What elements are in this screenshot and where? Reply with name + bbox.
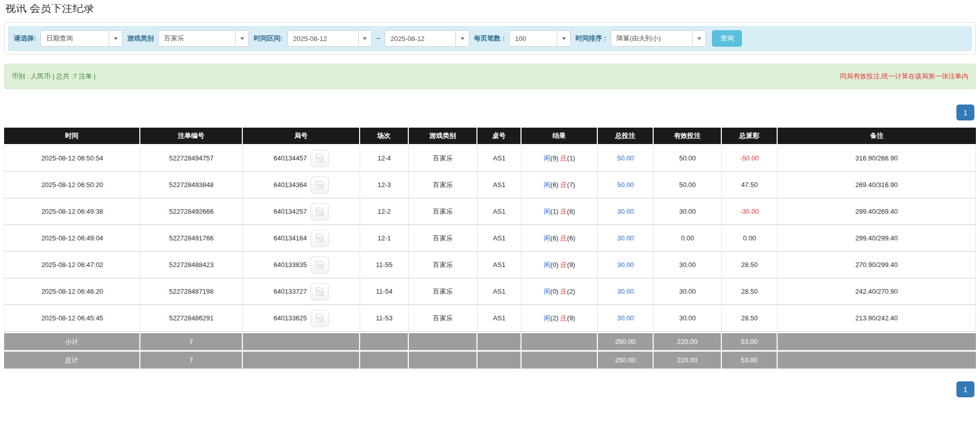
banker-result-label: 庄 — [560, 234, 567, 242]
total-bet-link[interactable]: 30.00 — [617, 288, 634, 295]
cell-time: 2025-08-12 06:49:04 — [4, 225, 140, 252]
cell-time: 2025-08-12 06:46:20 — [4, 278, 140, 305]
game-type-select[interactable]: 百家乐 — [158, 30, 249, 47]
filter-panel: 请选择: 日期查询 游戏类别 百家乐 时间区间: 2025-08-12 ~ 20… — [4, 22, 976, 55]
total-payout: 53.00 — [722, 350, 778, 369]
banker-result-label: 庄 — [560, 314, 567, 322]
cell-remark: 269.40/316.90 — [778, 172, 976, 198]
video-button[interactable] — [310, 230, 329, 247]
page-1-button[interactable]: 1 — [956, 105, 974, 120]
video-button[interactable] — [310, 150, 329, 167]
time-sort-value: 降冪(由大到小) — [611, 31, 692, 46]
video-button[interactable] — [310, 310, 329, 327]
total-bet-link[interactable]: 30.00 — [617, 314, 634, 322]
chevron-down-icon — [235, 31, 248, 46]
total-bet-link[interactable]: 50.00 — [617, 154, 634, 162]
player-result-label: 闲 — [544, 154, 550, 162]
cell-bet-id: 522728492666 — [140, 198, 243, 225]
page-size-select[interactable]: 100 — [509, 30, 571, 47]
subtotal-payout: 53.00 — [722, 332, 778, 350]
round-id: 640133625 — [274, 314, 307, 322]
total-count: 7 — [140, 350, 243, 369]
cell-valid-bet: 30.00 — [654, 252, 722, 278]
date-to-select[interactable]: 2025-08-12 — [385, 30, 469, 47]
cell-payout: 28.50 — [722, 305, 778, 332]
video-file-icon — [315, 180, 325, 190]
cell-session: 12-1 — [360, 225, 409, 252]
cell-remark: 242.40/270.90 — [778, 278, 976, 305]
cell-total-bet: 30.00 — [598, 225, 654, 252]
total-bet-link[interactable]: 30.00 — [617, 234, 634, 242]
cell-session: 11-53 — [360, 305, 409, 332]
date-from-value: 2025-08-12 — [288, 31, 358, 46]
banker-result-score: (9) — [567, 261, 575, 269]
search-button[interactable]: 查询 — [712, 30, 742, 47]
date-to-value: 2025-08-12 — [385, 31, 455, 46]
game-type-value: 百家乐 — [159, 31, 235, 46]
video-button[interactable] — [310, 176, 329, 194]
player-result-label: 闲 — [544, 208, 550, 215]
round-id: 640134457 — [274, 154, 307, 162]
video-button[interactable] — [310, 203, 329, 220]
player-result-score: (0) — [550, 288, 558, 295]
cell-table-no: AS1 — [477, 305, 522, 332]
col-header-time: 时间 — [4, 128, 140, 145]
video-button[interactable] — [310, 283, 329, 300]
currency-summary-text: 币别 : 人民币 | 总共 :7 注单 | — [12, 72, 96, 81]
time-sort-select[interactable]: 降冪(由大到小) — [611, 30, 706, 47]
cell-payout: -50.00 — [722, 145, 778, 172]
table-row: 2025-08-12 06:47:02 522728488423 6401338… — [4, 252, 976, 278]
col-header-game-type: 游戏类别 — [409, 128, 477, 145]
info-bar: 币别 : 人民币 | 总共 :7 注单 | 同局有效投注,统一计算在该局第一张注… — [4, 64, 976, 89]
table-body: 2025-08-12 06:50:54 522728494757 6401344… — [4, 145, 976, 332]
cell-game-type: 百家乐 — [409, 198, 477, 225]
cell-result: 闲(9) 庄(1) — [522, 145, 598, 172]
cell-remark: 270.90/299.40 — [778, 252, 976, 278]
video-file-icon — [315, 260, 325, 270]
table-row: 2025-08-12 06:45:45 522728486291 6401336… — [4, 305, 976, 332]
date-range-separator: ~ — [377, 35, 381, 43]
page-1-button[interactable]: 1 — [956, 381, 974, 397]
player-result-score: (9) — [550, 154, 558, 162]
cell-session: 12-2 — [360, 198, 409, 225]
round-id: 640134257 — [274, 208, 307, 215]
cell-round-id: 640134164 — [243, 225, 360, 252]
cell-game-type: 百家乐 — [409, 278, 477, 305]
cell-result: 闲(6) 庄(7) — [522, 172, 598, 198]
notice-text: 同局有效投注,统一计算在该局第一张注单内 — [840, 72, 968, 81]
cell-game-type: 百家乐 — [409, 172, 477, 198]
cell-result: 闲(6) 庄(6) — [522, 225, 598, 252]
cell-round-id: 640134364 — [243, 172, 360, 198]
col-header-remark: 备注 — [778, 128, 976, 145]
cell-session: 11-55 — [360, 252, 409, 278]
cell-bet-id: 522728488423 — [140, 252, 243, 278]
cell-time: 2025-08-12 06:50:54 — [4, 145, 140, 172]
cell-game-type: 百家乐 — [409, 252, 477, 278]
total-bet-link[interactable]: 30.00 — [617, 261, 634, 269]
date-range-label: 时间区间: — [254, 34, 282, 43]
total-total-bet: 250.00 — [598, 350, 654, 369]
banker-result-label: 庄 — [560, 181, 567, 189]
chevron-down-icon — [557, 31, 570, 46]
player-result-label: 闲 — [544, 261, 550, 269]
chevron-down-icon — [109, 31, 122, 46]
total-bet-link[interactable]: 50.00 — [617, 181, 634, 189]
col-header-valid-bet: 有效投注 — [654, 128, 722, 145]
banker-result-score: (7) — [567, 181, 575, 189]
date-from-select[interactable]: 2025-08-12 — [287, 30, 372, 47]
col-header-total-bet: 总投注 — [598, 128, 654, 145]
banker-result-score: (9) — [567, 314, 575, 322]
cell-round-id: 640133835 — [243, 252, 360, 278]
player-result-score: (6) — [550, 181, 558, 189]
total-bet-link[interactable]: 30.00 — [617, 208, 634, 215]
cell-payout: 28.50 — [722, 278, 778, 305]
table-row: 2025-08-12 06:49:38 522728492666 6401342… — [4, 198, 976, 225]
total-label: 总计 — [4, 350, 140, 369]
player-result-score: (0) — [550, 261, 558, 269]
query-type-select[interactable]: 日期查询 — [40, 30, 122, 47]
table-row: 2025-08-12 06:49:04 522728491766 6401341… — [4, 225, 976, 252]
cell-bet-id: 522728491766 — [140, 225, 243, 252]
video-file-icon — [315, 287, 325, 297]
cell-round-id: 640133727 — [243, 278, 360, 305]
video-button[interactable] — [310, 256, 329, 274]
